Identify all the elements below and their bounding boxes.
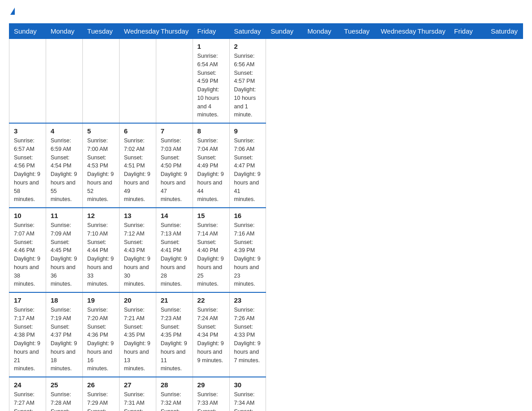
week-row-1: 1Sunrise: 6:54 AMSunset: 4:59 PMDaylight… — [9, 39, 523, 124]
calendar-cell: 6Sunrise: 7:02 AMSunset: 4:51 PMDaylight… — [119, 123, 156, 208]
calendar-cell: 27Sunrise: 7:31 AMSunset: 4:30 PMDayligh… — [119, 377, 156, 411]
day-info: Sunrise: 7:33 AMSunset: 4:29 PMDaylight:… — [197, 390, 225, 411]
day-info: Sunrise: 7:19 AMSunset: 4:37 PMDaylight:… — [51, 306, 78, 373]
header-friday: Friday — [450, 24, 486, 39]
day-number: 9 — [234, 127, 262, 135]
calendar-cell: 12Sunrise: 7:10 AMSunset: 4:44 PMDayligh… — [82, 208, 119, 292]
day-info: Sunrise: 7:04 AMSunset: 4:49 PMDaylight:… — [197, 137, 225, 204]
calendar-cell: 13Sunrise: 7:12 AMSunset: 4:43 PMDayligh… — [119, 208, 156, 292]
week-row-5: 24Sunrise: 7:27 AMSunset: 4:32 PMDayligh… — [9, 377, 523, 411]
day-number: 13 — [124, 212, 151, 219]
day-number: 15 — [197, 212, 225, 219]
day-info: Sunrise: 7:32 AMSunset: 4:30 PMDaylight:… — [161, 390, 188, 411]
calendar-cell: 25Sunrise: 7:28 AMSunset: 4:31 PMDayligh… — [46, 377, 82, 411]
day-info: Sunrise: 7:28 AMSunset: 4:31 PMDaylight:… — [51, 390, 78, 411]
calendar-cell: 2Sunrise: 6:56 AMSunset: 4:57 PMDaylight… — [229, 39, 266, 124]
day-number: 20 — [124, 296, 151, 304]
day-info: Sunrise: 7:03 AMSunset: 4:50 PMDaylight:… — [161, 137, 188, 204]
calendar-cell: 23Sunrise: 7:26 AMSunset: 4:33 PMDayligh… — [229, 292, 266, 377]
day-number: 4 — [51, 127, 78, 135]
calendar-cell — [156, 39, 193, 124]
day-number: 25 — [51, 381, 78, 389]
day-number: 1 — [197, 43, 225, 50]
day-info: Sunrise: 7:12 AMSunset: 4:43 PMDaylight:… — [124, 221, 151, 288]
calendar-cell: 10Sunrise: 7:07 AMSunset: 4:46 PMDayligh… — [9, 208, 46, 292]
day-info: Sunrise: 7:31 AMSunset: 4:30 PMDaylight:… — [124, 390, 151, 411]
header-wednesday: Wednesday — [119, 24, 156, 39]
day-info: Sunrise: 6:59 AMSunset: 4:54 PMDaylight:… — [51, 137, 78, 204]
calendar-cell: 11Sunrise: 7:09 AMSunset: 4:45 PMDayligh… — [46, 208, 82, 292]
day-number: 2 — [234, 43, 262, 50]
day-info: Sunrise: 7:34 AMSunset: 4:29 PMDaylight:… — [234, 390, 262, 411]
header-tuesday: Tuesday — [339, 24, 376, 39]
calendar-cell: 14Sunrise: 7:13 AMSunset: 4:41 PMDayligh… — [156, 208, 193, 292]
day-number: 17 — [14, 296, 41, 304]
header-sunday: Sunday — [266, 24, 303, 39]
day-number: 5 — [87, 127, 115, 135]
calendar-cell: 8Sunrise: 7:04 AMSunset: 4:49 PMDaylight… — [193, 123, 229, 208]
calendar-cell: 19Sunrise: 7:20 AMSunset: 4:36 PMDayligh… — [82, 292, 119, 377]
day-info: Sunrise: 7:14 AMSunset: 4:40 PMDaylight:… — [197, 221, 225, 288]
calendar-cell: 17Sunrise: 7:17 AMSunset: 4:38 PMDayligh… — [9, 292, 46, 377]
logo-triangle-icon — [10, 8, 15, 15]
day-number: 7 — [161, 127, 188, 135]
logo — [9, 9, 15, 16]
calendar-cell — [119, 39, 156, 124]
day-info: Sunrise: 7:21 AMSunset: 4:35 PMDaylight:… — [124, 306, 151, 373]
calendar-cell: 1Sunrise: 6:54 AMSunset: 4:59 PMDaylight… — [193, 39, 229, 124]
day-info: Sunrise: 7:16 AMSunset: 4:39 PMDaylight:… — [234, 221, 262, 288]
header-saturday: Saturday — [486, 24, 523, 39]
day-info: Sunrise: 7:02 AMSunset: 4:51 PMDaylight:… — [124, 137, 151, 204]
day-number: 14 — [161, 212, 188, 219]
week-row-4: 17Sunrise: 7:17 AMSunset: 4:38 PMDayligh… — [9, 292, 523, 377]
calendar-cell: 4Sunrise: 6:59 AMSunset: 4:54 PMDaylight… — [46, 123, 82, 208]
calendar-cell: 30Sunrise: 7:34 AMSunset: 4:29 PMDayligh… — [229, 377, 266, 411]
calendar-cell: 5Sunrise: 7:00 AMSunset: 4:53 PMDaylight… — [82, 123, 119, 208]
day-number: 11 — [51, 212, 78, 219]
header-friday: Friday — [193, 24, 229, 39]
calendar-cell: 9Sunrise: 7:06 AMSunset: 4:47 PMDaylight… — [229, 123, 266, 208]
calendar-table: SundayMondayTuesdayWednesdayThursdayFrid… — [9, 23, 523, 411]
day-number: 12 — [87, 212, 115, 219]
header-wednesday: Wednesday — [376, 24, 413, 39]
day-number: 21 — [161, 296, 188, 304]
day-info: Sunrise: 7:24 AMSunset: 4:34 PMDaylight:… — [197, 306, 225, 364]
day-info: Sunrise: 7:00 AMSunset: 4:53 PMDaylight:… — [87, 137, 115, 204]
week-row-2: 3Sunrise: 6:57 AMSunset: 4:56 PMDaylight… — [9, 123, 523, 208]
day-info: Sunrise: 7:29 AMSunset: 4:31 PMDaylight:… — [87, 390, 115, 411]
calendar-cell: 3Sunrise: 6:57 AMSunset: 4:56 PMDaylight… — [9, 123, 46, 208]
day-info: Sunrise: 6:56 AMSunset: 4:57 PMDaylight:… — [234, 52, 262, 119]
calendar-cell — [9, 39, 46, 124]
day-info: Sunrise: 7:23 AMSunset: 4:35 PMDaylight:… — [161, 306, 188, 373]
day-number: 30 — [234, 381, 262, 389]
calendar-cell: 28Sunrise: 7:32 AMSunset: 4:30 PMDayligh… — [156, 377, 193, 411]
week-row-3: 10Sunrise: 7:07 AMSunset: 4:46 PMDayligh… — [9, 208, 523, 292]
day-info: Sunrise: 7:09 AMSunset: 4:45 PMDaylight:… — [51, 221, 78, 288]
calendar-cell: 20Sunrise: 7:21 AMSunset: 4:35 PMDayligh… — [119, 292, 156, 377]
calendar-cell: 18Sunrise: 7:19 AMSunset: 4:37 PMDayligh… — [46, 292, 82, 377]
day-number: 27 — [124, 381, 151, 389]
day-number: 6 — [124, 127, 151, 135]
header-tuesday: Tuesday — [82, 24, 119, 39]
day-number: 10 — [14, 212, 41, 219]
day-number: 26 — [87, 381, 115, 389]
calendar-cell: 22Sunrise: 7:24 AMSunset: 4:34 PMDayligh… — [193, 292, 229, 377]
header-monday: Monday — [46, 24, 82, 39]
calendar-header-row: SundayMondayTuesdayWednesdayThursdayFrid… — [9, 24, 523, 39]
day-info: Sunrise: 7:27 AMSunset: 4:32 PMDaylight:… — [14, 390, 41, 411]
day-info: Sunrise: 7:10 AMSunset: 4:44 PMDaylight:… — [87, 221, 115, 288]
day-number: 28 — [161, 381, 188, 389]
day-number: 18 — [51, 296, 78, 304]
calendar-cell: 24Sunrise: 7:27 AMSunset: 4:32 PMDayligh… — [9, 377, 46, 411]
day-info: Sunrise: 7:26 AMSunset: 4:33 PMDaylight:… — [234, 306, 262, 364]
day-info: Sunrise: 7:17 AMSunset: 4:38 PMDaylight:… — [14, 306, 41, 373]
day-number: 24 — [14, 381, 41, 389]
calendar-cell — [82, 39, 119, 124]
header-thursday: Thursday — [156, 24, 193, 39]
header-sunday: Sunday — [9, 24, 46, 39]
day-number: 3 — [14, 127, 41, 135]
day-number: 23 — [234, 296, 262, 304]
day-info: Sunrise: 7:06 AMSunset: 4:47 PMDaylight:… — [234, 137, 262, 204]
calendar-cell — [46, 39, 82, 124]
day-info: Sunrise: 6:57 AMSunset: 4:56 PMDaylight:… — [14, 137, 41, 204]
